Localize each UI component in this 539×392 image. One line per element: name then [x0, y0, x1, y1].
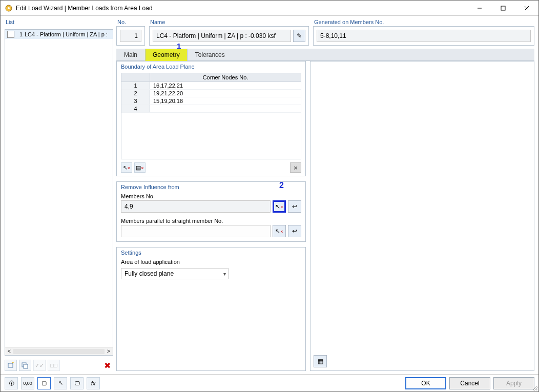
table-row[interactable]: 116,17,22,21: [121, 82, 301, 90]
new-item-button[interactable]: [5, 360, 17, 371]
callout-2: 2: [279, 181, 284, 190]
app-icon: [5, 4, 13, 12]
help-button[interactable]: 🛈: [5, 377, 18, 389]
svg-rect-3: [501, 6, 505, 10]
check-all-button[interactable]: ✓✓: [33, 360, 46, 371]
settings-group: Settings Area of load application Fully …: [116, 247, 306, 371]
list-heading: List: [5, 19, 113, 26]
close-button[interactable]: [515, 1, 538, 16]
pick-parallel-button[interactable]: ↖×: [273, 225, 286, 237]
preview-panel: ▦: [310, 61, 534, 371]
edit-icon: ✎: [297, 32, 302, 39]
name-field[interactable]: [153, 30, 291, 42]
list-item-label: LC4 - Platform | Uniform | ZA | p :: [25, 31, 113, 37]
members-label: Members No.: [121, 193, 301, 199]
help-icon: 🛈: [9, 380, 14, 386]
edit-name-button[interactable]: ✎: [293, 30, 305, 42]
table-row[interactable]: 315,19,20,18: [121, 97, 301, 105]
dialog-window: Edit Load Wizard | Member Loads from Are…: [0, 0, 539, 392]
undo-icon: ↩: [292, 228, 297, 235]
units-icon: 0,00: [23, 381, 32, 386]
undo-members-button[interactable]: ↩: [288, 200, 301, 213]
ok-button[interactable]: OK: [405, 377, 446, 389]
preview-settings-button[interactable]: ▦: [314, 355, 327, 367]
maximize-button[interactable]: [491, 1, 515, 16]
tab-content: Boundary of Area Load Plane Corner Nodes…: [116, 61, 534, 371]
area-select[interactable]: Fully closed plane ▾: [121, 268, 229, 279]
copy-item-button[interactable]: [19, 360, 31, 371]
tab-geometry[interactable]: Geometry: [145, 49, 188, 61]
view-toggle-button[interactable]: ▢: [37, 377, 51, 389]
tab-tolerances[interactable]: Tolerances: [188, 49, 233, 61]
no-label: No.: [116, 19, 145, 26]
no-box: No.: [116, 19, 145, 46]
corner-nodes-table[interactable]: Corner Nodes No. 116,17,22,21 219,21,22,…: [121, 73, 301, 159]
svg-rect-6: [8, 363, 13, 367]
delete-item-button[interactable]: ✖: [101, 360, 113, 371]
close-icon: ×: [294, 164, 298, 172]
list-body[interactable]: 1 LC4 - Platform | Uniform | ZA | p :: [5, 30, 113, 347]
parallel-label: Members parallel to straight member No.: [121, 218, 301, 224]
list-horizontal-scrollbar[interactable]: < >: [5, 347, 113, 355]
left-panel: List 1 LC4 - Platform | Uniform | ZA | p…: [5, 19, 113, 371]
boundary-title: Boundary of Area Load Plane: [121, 64, 301, 70]
name-box: Name ✎: [149, 19, 309, 46]
svg-point-1: [8, 7, 10, 9]
tabs: Main Geometry Tolerances 1: [116, 49, 534, 61]
pick-corner-button[interactable]: ↖×: [121, 162, 132, 173]
list-item[interactable]: 1 LC4 - Platform | Uniform | ZA | p :: [5, 30, 113, 39]
pick-mode-button[interactable]: ↖: [54, 377, 67, 389]
corner-nodes-header: Corner Nodes No.: [150, 73, 301, 81]
titlebar: Edit Load Wizard | Member Loads from Are…: [1, 1, 538, 16]
window-title: Edit Load Wizard | Member Loads from Are…: [16, 5, 153, 12]
list-item-number: 1: [16, 31, 25, 37]
units-button[interactable]: 0,00: [21, 377, 34, 389]
generated-field[interactable]: [317, 30, 531, 42]
no-field[interactable]: [120, 30, 141, 42]
generated-box: Generated on Members No.: [313, 19, 534, 46]
undo-parallel-button[interactable]: ↩: [288, 225, 301, 237]
preview-icon: ▦: [318, 358, 323, 365]
cancel-button[interactable]: Cancel: [449, 377, 490, 389]
tab-main[interactable]: Main: [116, 49, 145, 61]
area-select-value: Fully closed plane: [125, 270, 174, 277]
list-toolbar: ✓✓ □□ ✖: [5, 359, 113, 371]
remove-influence-group: Remove Influence from 2 Members No. ↖× ↩…: [116, 181, 306, 242]
preview-column: ▦: [310, 61, 534, 371]
left-column: Boundary of Area Load Plane Corner Nodes…: [116, 61, 306, 371]
boundary-group: Boundary of Area Load Plane Corner Nodes…: [116, 61, 306, 176]
minimize-button[interactable]: [468, 1, 491, 16]
undo-icon: ↩: [292, 203, 297, 210]
table-row[interactable]: 219,21,22,20: [121, 90, 301, 97]
generated-label: Generated on Members No.: [313, 19, 534, 26]
name-label: Name: [149, 19, 309, 26]
list-item-checkbox[interactable]: [7, 31, 14, 38]
bottom-bar: 🛈 0,00 ▢ ↖ 🖵 fx OK Cancel Apply: [1, 374, 538, 391]
settings-title: Settings: [121, 250, 301, 256]
members-field[interactable]: [121, 200, 271, 213]
area-label: Area of load application: [121, 259, 301, 265]
scroll-right-icon[interactable]: >: [105, 348, 113, 354]
callout-1: 1: [177, 42, 181, 50]
scroll-left-icon[interactable]: <: [5, 348, 13, 354]
pick-members-button[interactable]: ↖×: [273, 200, 286, 213]
parallel-field[interactable]: [121, 225, 271, 237]
display-button[interactable]: 🖵: [70, 377, 84, 389]
remove-title: Remove Influence from: [121, 184, 301, 190]
function-button[interactable]: fx: [87, 377, 100, 389]
list-corner-button[interactable]: ▤×: [134, 162, 146, 173]
resize-grip[interactable]: [531, 384, 537, 390]
upper-area: List 1 LC4 - Platform | Uniform | ZA | p…: [5, 19, 534, 371]
pick-icon: ↖: [58, 380, 63, 386]
dialog-body: List 1 LC4 - Platform | Uniform | ZA | p…: [1, 16, 538, 374]
clear-corner-button[interactable]: ×: [290, 162, 301, 173]
right-area: No. Name ✎ Generated on Member: [116, 19, 534, 371]
table-row[interactable]: 4: [121, 105, 301, 113]
apply-button[interactable]: Apply: [493, 377, 534, 389]
chevron-down-icon: ▾: [223, 271, 226, 277]
svg-rect-10: [24, 364, 28, 368]
uncheck-all-button[interactable]: □□: [48, 360, 60, 371]
pick-icon: ↖×: [275, 228, 283, 235]
tab-container: Main Geometry Tolerances 1 Boundary of A…: [116, 49, 534, 371]
list-icon: ▤×: [136, 164, 143, 171]
